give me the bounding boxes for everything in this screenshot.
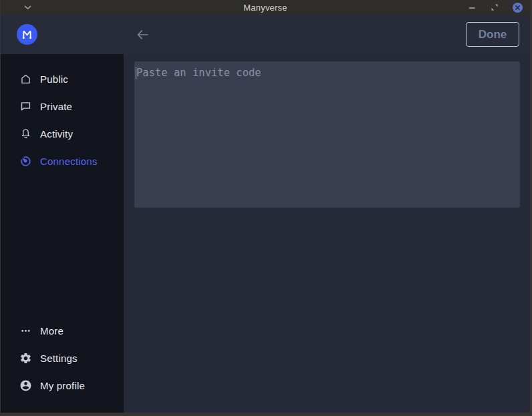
sidebar-item-label: My profile bbox=[40, 380, 85, 391]
ellipsis-icon bbox=[19, 325, 32, 337]
sidebar-item-public[interactable]: Public bbox=[1, 65, 124, 93]
gauge-icon bbox=[19, 155, 32, 168]
window-controls bbox=[466, 0, 523, 15]
sidebar-item-label: Connections bbox=[40, 156, 98, 167]
window-menu-chevron-down-icon[interactable] bbox=[23, 5, 32, 11]
manyverse-window: Manyverse Done bbox=[0, 0, 532, 416]
invite-code-field-wrap bbox=[134, 61, 520, 208]
sidebar-item-more[interactable]: More bbox=[1, 317, 124, 345]
sidebar: Public Private Activity bbox=[1, 54, 124, 413]
sidebar-item-label: Public bbox=[40, 73, 68, 85]
minimize-icon[interactable] bbox=[466, 1, 478, 13]
home-icon bbox=[19, 73, 32, 85]
main-pane bbox=[124, 54, 531, 413]
sidebar-item-label: Activity bbox=[40, 128, 73, 140]
titlebar: Manyverse bbox=[1, 0, 530, 15]
sidebar-item-label: More bbox=[40, 325, 63, 337]
message-icon bbox=[19, 100, 32, 113]
sidebar-item-my-profile[interactable]: My profile bbox=[1, 372, 124, 399]
back-arrow-icon[interactable] bbox=[135, 27, 150, 42]
bell-icon bbox=[19, 128, 32, 140]
done-button[interactable]: Done bbox=[466, 22, 519, 47]
sidebar-item-private[interactable]: Private bbox=[1, 93, 124, 120]
invite-code-input[interactable] bbox=[134, 61, 520, 208]
account-icon bbox=[19, 379, 32, 392]
sidebar-item-connections[interactable]: Connections bbox=[1, 148, 124, 175]
gear-icon bbox=[19, 352, 32, 365]
sidebar-item-activity[interactable]: Activity bbox=[1, 120, 124, 148]
sidebar-item-label: Private bbox=[40, 101, 72, 112]
app-header: Done bbox=[1, 15, 530, 54]
sidebar-item-settings[interactable]: Settings bbox=[1, 345, 124, 372]
close-window-icon[interactable] bbox=[511, 1, 523, 13]
restore-window-icon[interactable] bbox=[489, 1, 501, 13]
sidebar-spacer bbox=[1, 175, 124, 317]
window-title: Manyverse bbox=[1, 3, 530, 13]
manyverse-logo-icon bbox=[17, 24, 37, 45]
sidebar-item-label: Settings bbox=[40, 353, 78, 364]
content-area: Public Private Activity bbox=[1, 54, 530, 413]
